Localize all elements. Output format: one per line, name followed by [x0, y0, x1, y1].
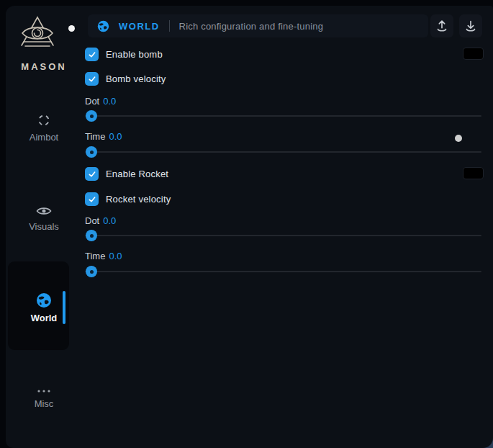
crosshair-icon — [37, 113, 51, 127]
brand-name: MASON — [6, 61, 82, 72]
bomb-time-slider-label: Time0.0 — [85, 131, 122, 142]
bomb-dot-slider-label: Dot0.0 — [85, 96, 116, 107]
header-separator — [169, 20, 170, 32]
sidebar-item-world[interactable]: World — [6, 292, 82, 323]
slider-name: Time — [85, 251, 105, 261]
header-bar: WORLD Rich configuration and fine-tuning — [88, 14, 428, 37]
slider-name: Time — [85, 131, 105, 142]
enable-rocket-row: Enable Rocket — [85, 167, 168, 181]
import-config-button[interactable] — [430, 14, 453, 37]
rocket-time-slider-handle[interactable] — [86, 266, 97, 277]
sidebar-item-label: World — [31, 313, 58, 323]
ellipsis-icon — [36, 388, 52, 394]
bomb-velocity-row: Bomb velocity — [85, 72, 166, 86]
bomb-dot-slider-handle[interactable] — [86, 110, 97, 122]
sidebar-item-aimbot[interactable]: Aimbot — [6, 113, 82, 143]
rocket-velocity-row: Rocket velocity — [85, 192, 171, 206]
sidebar-item-label: Misc — [35, 398, 54, 409]
check-icon — [88, 170, 96, 179]
rocket-color-swatch[interactable] — [463, 167, 484, 179]
slider-name: Dot — [85, 96, 99, 107]
slider-name: Dot — [85, 215, 99, 226]
rocket-dot-slider-label: Dot0.0 — [85, 215, 116, 226]
current-tab-title: WORLD — [119, 21, 160, 32]
enable-bomb-row: Enable bomb — [85, 48, 163, 61]
rocket-dot-slider-track[interactable] — [85, 235, 481, 236]
check-icon — [88, 75, 96, 84]
slider-value: 0.0 — [109, 131, 122, 142]
cursor-dot — [68, 25, 75, 32]
slider-value: 0.0 — [109, 251, 122, 261]
check-icon — [88, 195, 96, 204]
upload-icon — [434, 18, 450, 34]
rocket-velocity-checkbox[interactable] — [85, 192, 99, 206]
check-icon — [88, 50, 96, 59]
globe-icon — [36, 292, 52, 308]
bomb-time-slider-handle[interactable] — [86, 146, 97, 158]
checkbox-label: Rocket velocity — [106, 194, 171, 205]
slider-value: 0.0 — [103, 215, 116, 226]
mason-eye-pyramid-logo — [18, 14, 57, 56]
checkbox-label: Enable bomb — [106, 49, 163, 60]
sidebar-item-misc[interactable]: Misc — [6, 388, 82, 409]
cursor-dot — [455, 135, 462, 142]
download-icon — [463, 18, 479, 34]
enable-rocket-checkbox[interactable] — [85, 167, 99, 181]
mason-menu-window: MASON Aimbot Visuals World — [6, 6, 493, 448]
bomb-velocity-checkbox[interactable] — [85, 72, 99, 86]
sidebar-item-visuals[interactable]: Visuals — [6, 205, 82, 232]
sidebar-item-label: Aimbot — [30, 132, 58, 143]
checkbox-label: Enable Rocket — [106, 169, 168, 179]
export-config-button[interactable] — [459, 14, 482, 37]
slider-value: 0.0 — [103, 96, 116, 107]
rocket-time-slider-track[interactable] — [85, 271, 481, 272]
bomb-dot-slider-track[interactable] — [85, 115, 481, 117]
globe-icon — [97, 20, 109, 32]
sidebar-item-label: Visuals — [29, 221, 59, 232]
rocket-dot-slider-handle[interactable] — [86, 230, 97, 241]
enable-bomb-checkbox[interactable] — [85, 48, 99, 61]
checkbox-label: Bomb velocity — [106, 73, 166, 84]
bomb-color-swatch[interactable] — [463, 48, 484, 60]
sidebar: MASON Aimbot Visuals World — [6, 6, 82, 448]
bomb-time-slider-track[interactable] — [85, 151, 481, 153]
header-subtitle: Rich configuration and fine-tuning — [179, 21, 323, 32]
eye-icon — [36, 205, 52, 217]
rocket-time-slider-label: Time0.0 — [85, 251, 122, 261]
